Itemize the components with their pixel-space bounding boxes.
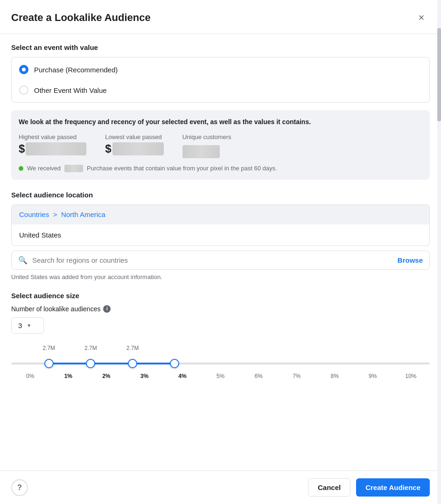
create-audience-button[interactable]: Create Audience bbox=[356, 478, 430, 497]
pct-10: 10% bbox=[392, 373, 430, 379]
pct-3: 3% bbox=[126, 373, 164, 379]
event-section: Select an event with value Purchase (Rec… bbox=[11, 43, 430, 180]
slider-top-label-3: 2.7M bbox=[126, 345, 139, 351]
pixel-info: We received Purchase events that contain… bbox=[19, 165, 422, 172]
slider-track-container bbox=[11, 358, 430, 369]
pct-8: 8% bbox=[315, 373, 354, 379]
metric-unique-value bbox=[182, 142, 231, 158]
metric-lowest-label: Lowest value passed bbox=[105, 133, 163, 140]
radio-purchase[interactable] bbox=[19, 65, 28, 74]
size-subtitle: Number of lookalike audiences i bbox=[11, 305, 430, 313]
green-dot-icon bbox=[19, 166, 23, 171]
search-row: 🔍 Browse bbox=[11, 251, 430, 270]
metric-highest: Highest value passed $ bbox=[19, 133, 86, 155]
cancel-button[interactable]: Cancel bbox=[308, 478, 350, 497]
metric-lowest: Lowest value passed $ bbox=[105, 133, 163, 155]
blurred-highest bbox=[26, 142, 86, 155]
breadcrumb-separator: > bbox=[53, 210, 57, 218]
option-purchase-label: Purchase (Recommended) bbox=[34, 66, 118, 74]
size-subtitle-text: Number of lookalike audiences bbox=[11, 305, 100, 313]
location-breadcrumb: Countries > North America bbox=[11, 204, 430, 224]
pct-9: 9% bbox=[354, 373, 392, 379]
info-box-title: We look at the frequency and recency of … bbox=[19, 118, 422, 127]
dropdown-value: 3 bbox=[18, 322, 22, 329]
event-section-title: Select an event with value bbox=[11, 43, 430, 51]
search-input[interactable] bbox=[32, 256, 398, 264]
modal-title: Create a Lookalike Audience bbox=[11, 12, 151, 24]
audience-size-section: Select audience size Number of lookalike… bbox=[11, 292, 430, 379]
modal-body: Select an event with value Purchase (Rec… bbox=[0, 34, 441, 470]
size-section-title: Select audience size bbox=[11, 292, 430, 300]
browse-button[interactable]: Browse bbox=[398, 256, 423, 264]
scrollbar-thumb[interactable] bbox=[437, 28, 441, 121]
slider-track-fill bbox=[49, 363, 175, 364]
chevron-down-icon: ▼ bbox=[27, 323, 31, 328]
slider-top-label-2: 2.7M bbox=[84, 345, 97, 351]
option-other-label: Other Event With Value bbox=[34, 86, 107, 94]
slider-thumb-4[interactable] bbox=[170, 359, 179, 368]
scrollbar-track bbox=[437, 0, 441, 504]
metric-lowest-value: $ bbox=[105, 142, 163, 155]
slider-top-label-1: 2.7M bbox=[42, 345, 55, 351]
selected-country: United States bbox=[11, 224, 430, 246]
slider-top-labels: 2.7M 2.7M 2.7M bbox=[11, 345, 430, 356]
metrics-row: Highest value passed $ Lowest value pass… bbox=[19, 133, 422, 158]
blurred-count bbox=[64, 165, 83, 172]
modal: Create a Lookalike Audience × Select an … bbox=[0, 0, 441, 504]
pct-5: 5% bbox=[202, 373, 240, 379]
event-radio-group: Purchase (Recommended) Other Event With … bbox=[11, 57, 430, 103]
pct-4: 4% bbox=[163, 373, 202, 379]
breadcrumb-region[interactable]: North America bbox=[61, 210, 105, 218]
pct-6: 6% bbox=[239, 373, 278, 379]
help-button[interactable]: ? bbox=[11, 479, 28, 496]
pct-0: 0% bbox=[11, 373, 49, 379]
pct-1: 1% bbox=[49, 373, 88, 379]
option-purchase[interactable]: Purchase (Recommended) bbox=[12, 59, 429, 80]
blurred-unique bbox=[182, 145, 220, 158]
radio-other[interactable] bbox=[19, 85, 28, 95]
pct-2: 2% bbox=[87, 373, 126, 379]
slider-thumb-1[interactable] bbox=[44, 359, 54, 368]
pixel-note-suffix: Purchase events that contain value from … bbox=[87, 165, 277, 172]
footer-actions: Cancel Create Audience bbox=[308, 478, 430, 497]
modal-header: Create a Lookalike Audience × bbox=[0, 0, 441, 34]
help-icon: ? bbox=[17, 483, 22, 492]
metric-highest-label: Highest value passed bbox=[19, 133, 86, 140]
modal-footer: ? Cancel Create Audience bbox=[0, 470, 441, 504]
option-other[interactable]: Other Event With Value bbox=[12, 80, 429, 100]
event-info-box: We look at the frequency and recency of … bbox=[11, 110, 430, 180]
blurred-lowest bbox=[112, 142, 164, 155]
pct-7: 7% bbox=[278, 373, 316, 379]
dollar-sign-highest: $ bbox=[19, 142, 25, 155]
metric-highest-value: $ bbox=[19, 142, 86, 155]
slider-bottom-labels: 0% 1% 2% 3% 4% 5% 6% 7% 8% 9% 10% bbox=[11, 373, 430, 379]
audience-count-dropdown[interactable]: 3 ▼ bbox=[11, 317, 44, 334]
close-button[interactable]: × bbox=[413, 9, 430, 26]
breadcrumb-countries[interactable]: Countries bbox=[19, 210, 49, 218]
info-icon[interactable]: i bbox=[103, 305, 111, 313]
pixel-note-prefix: We received bbox=[27, 165, 61, 172]
metric-unique: Unique customers bbox=[182, 133, 231, 158]
search-icon: 🔍 bbox=[18, 256, 28, 265]
metric-unique-label: Unique customers bbox=[182, 133, 231, 140]
location-section: Select audience location Countries > Nor… bbox=[11, 191, 430, 280]
location-section-title: Select audience location bbox=[11, 191, 430, 199]
dollar-sign-lowest: $ bbox=[105, 142, 111, 155]
slider-thumb-3[interactable] bbox=[128, 359, 137, 368]
slider-section: 2.7M 2.7M 2.7M 0% 1% 2% bbox=[11, 345, 430, 379]
slider-thumb-2[interactable] bbox=[86, 359, 95, 368]
location-note: United States was added from your accoun… bbox=[11, 273, 430, 280]
